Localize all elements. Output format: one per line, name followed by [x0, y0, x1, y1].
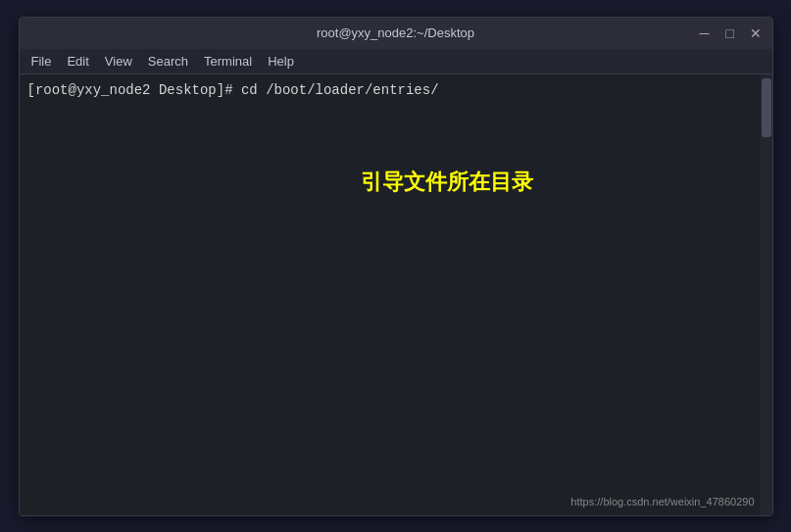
menu-edit[interactable]: Edit: [59, 52, 96, 71]
menu-file[interactable]: File: [24, 52, 60, 71]
scrollbar-thumb[interactable]: [762, 78, 771, 137]
minimize-button[interactable]: ─: [696, 24, 714, 42]
terminal-body[interactable]: [root@yxy_node2 Desktop]# cd /boot/loade…: [20, 74, 772, 515]
title-bar: root@yxy_node2:~/Desktop ─ □ ✕: [20, 18, 772, 49]
maximize-button[interactable]: □: [721, 24, 739, 42]
close-button[interactable]: ✕: [747, 24, 765, 42]
menu-terminal[interactable]: Terminal: [196, 52, 260, 71]
menu-search[interactable]: Search: [140, 52, 196, 71]
terminal-line-1: [root@yxy_node2 Desktop]# cd /boot/loade…: [27, 80, 765, 101]
menu-help[interactable]: Help: [260, 52, 302, 71]
window-controls: ─ □ ✕: [696, 24, 765, 42]
terminal-window: root@yxy_node2:~/Desktop ─ □ ✕ File Edit…: [19, 17, 773, 516]
annotation-text: 引导文件所在目录: [361, 168, 533, 197]
watermark: https://blog.csdn.net/weixin_47860290: [570, 496, 754, 508]
menu-bar: File Edit View Search Terminal Help: [20, 49, 772, 74]
window-title: root@yxy_node2:~/Desktop: [317, 25, 474, 40]
menu-view[interactable]: View: [97, 52, 140, 71]
scrollbar[interactable]: [761, 74, 772, 515]
